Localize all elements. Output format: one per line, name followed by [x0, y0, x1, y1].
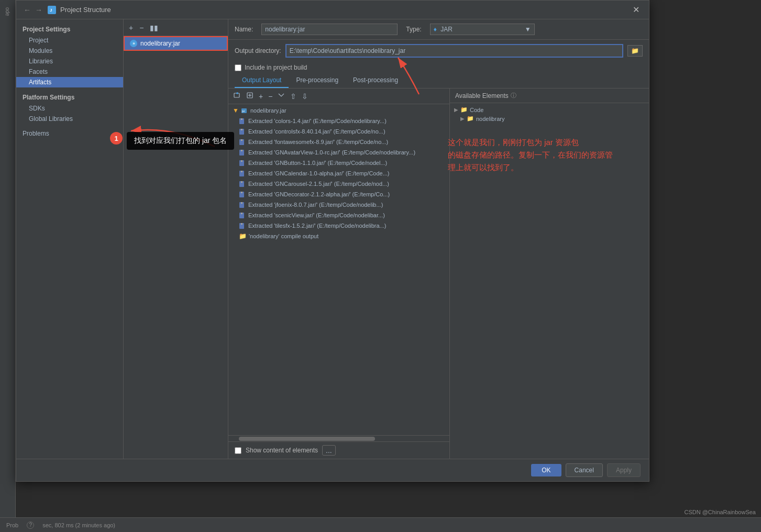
lib-icon-scenicview [239, 212, 246, 219]
sidebar-divider-2 [16, 124, 123, 128]
jar-type-icon: ♦ [434, 26, 437, 33]
artifact-scenicview[interactable]: Extracted 'scenicView.jar/' (E:/temp/Cod… [228, 210, 449, 220]
lib-icon-colors [239, 117, 246, 125]
include-project-build-label[interactable]: Include in project build [245, 64, 307, 71]
output-dir-input[interactable] [285, 44, 623, 58]
annotation-2: 这个就是我们，刚刚打包为 jar 资源包 的磁盘存储的路径。复制一下，在我们的资… [448, 136, 613, 174]
back-button[interactable]: ← [23, 5, 32, 15]
output-dir-row: Output directory: 📁 [228, 40, 649, 62]
output-add-button[interactable]: + [257, 91, 265, 102]
available-elements-header: Available Elements ⓘ [450, 88, 649, 103]
sidebar-item-problems[interactable]: Problems [16, 128, 123, 139]
include-project-build-checkbox[interactable] [235, 64, 241, 71]
svg-rect-17 [241, 150, 242, 151]
browse-button[interactable]: 📁 [627, 45, 643, 57]
nav-controls: ← → [23, 5, 43, 15]
close-button[interactable]: ✕ [630, 5, 643, 15]
output-add-from-artifact-button[interactable] [231, 91, 243, 102]
artifact-jfoenix[interactable]: Extracted 'jfoenix-8.0.7.jar/' (E:/temp/… [228, 199, 449, 210]
apply-button: Apply [607, 463, 641, 477]
tab-preprocessing[interactable]: Pre-processing [289, 73, 346, 88]
status-problems[interactable]: Prob [6, 522, 18, 528]
artifacts-list-panel: + − ▮▮ ☀ nodelibrary:jar [124, 19, 228, 459]
artifact-nodelibrary-jar[interactable]: ▼ jar nodelibrary.jar [228, 105, 449, 116]
lib-icon-gncarousel [239, 180, 246, 187]
ide-sidebar-nav: ode [0, 0, 16, 532]
svg-rect-19 [241, 160, 242, 162]
project-structure-dialog: ← → J Project Structure ✕ Project Settin… [16, 0, 649, 482]
dialog-title-bar: ← → J Project Structure ✕ [16, 1, 649, 19]
output-move-up-button[interactable]: ⇧ [288, 91, 299, 102]
sidebar-item-global-libraries[interactable]: Global Libraries [16, 114, 123, 124]
sidebar-item-facets[interactable]: Facets [16, 66, 123, 77]
help-circle-icon: ? [27, 522, 34, 529]
lib-icon-gncalendar [239, 170, 246, 177]
artifact-controlsfx[interactable]: Extracted 'controlsfx-8.40.14.jar/' (E:/… [228, 126, 449, 137]
type-select[interactable]: ♦ JAR ▼ [430, 24, 535, 35]
left-sidebar: Project Settings Project Modules Librari… [16, 19, 124, 459]
artifact-nodelibrary-compile-output[interactable]: 📁 'nodelibrary' compile output [228, 231, 449, 241]
artifact-gndecorator[interactable]: Extracted 'GNDecorator-2.1.2-alpha.jar/'… [228, 189, 449, 199]
cancel-button[interactable]: Cancel [566, 463, 603, 477]
project-settings-header[interactable]: Project Settings [16, 24, 123, 35]
tab-postprocessing[interactable]: Post-processing [346, 73, 405, 88]
artifact-gncalendar[interactable]: Extracted 'GNCalendar-1.0-alpha.jar/' (E… [228, 168, 449, 179]
list-toolbar: + − ▮▮ [124, 19, 228, 36]
output-move-into-button[interactable] [275, 91, 287, 102]
horizontal-scrollbar[interactable] [228, 435, 449, 441]
folder-icon: ▼ [233, 107, 239, 114]
dialog-body: Project Settings Project Modules Librari… [16, 19, 649, 459]
tab-output-layout[interactable]: Output Layout [235, 73, 289, 88]
artifact-gnbutton[interactable]: Extracted 'GNButton-1.1.0.jar/' (E:/temp… [228, 158, 449, 168]
sidebar-item-libraries[interactable]: Libraries [16, 56, 123, 66]
tabs-bar: Output Layout Pre-processing Post-proces… [228, 73, 649, 88]
lib-icon-jfoenix [239, 201, 246, 208]
tree-item-nodelibrary[interactable]: ▶ 📁 nodelibrary [450, 114, 649, 123]
help-icon[interactable]: ⓘ [511, 92, 516, 99]
output-move-down-button[interactable]: ⇩ [300, 91, 310, 102]
lib-icon-gnavatar [239, 149, 246, 156]
copy-button[interactable]: ▮▮ [148, 23, 160, 33]
dialog-title: Project Structure [60, 6, 111, 14]
tree-expand-code: ▶ [454, 107, 458, 113]
svg-rect-11 [241, 118, 242, 120]
lib-icon-tilesfx [239, 222, 246, 229]
forward-button[interactable]: → [34, 5, 43, 15]
svg-rect-25 [241, 192, 242, 193]
sidebar-item-sdks[interactable]: SDKs [16, 103, 123, 114]
show-content-checkbox[interactable] [235, 447, 241, 454]
svg-rect-21 [241, 171, 242, 172]
more-options-button[interactable]: ... [322, 445, 336, 456]
scrollbar-thumb[interactable] [239, 437, 375, 441]
tree-expand-nodelibrary: ▶ [460, 116, 465, 121]
artifact-fontawesomefx[interactable]: Extracted 'fontawesomefx-8.9.jar/' (E:/t… [228, 137, 449, 147]
sidebar-item-artifacts[interactable]: Artifacts [16, 77, 123, 87]
artifacts-content-list[interactable]: ▼ jar nodelibrary.jar Extracted 'colors-… [228, 104, 449, 435]
svg-rect-23 [241, 181, 242, 183]
sidebar-item-modules[interactable]: Modules [16, 46, 123, 56]
tree-item-code[interactable]: ▶ 📁 Code [450, 105, 649, 114]
right-panel: Name: Type: ♦ JAR ▼ Output directory: 📁 [228, 19, 649, 459]
name-input[interactable] [261, 24, 398, 35]
name-type-row: Name: Type: ♦ JAR ▼ [228, 19, 649, 40]
sidebar-item-project[interactable]: Project [16, 35, 123, 46]
artifact-colors[interactable]: Extracted 'colors-1.4.jar/' (E:/temp/Cod… [228, 116, 449, 126]
output-layout-toolbar: + − ⇧ ⇩ [228, 88, 449, 104]
artifact-gnavatarview[interactable]: Extracted 'GNAvatarView-1.0-rc.jar/' (E:… [228, 147, 449, 158]
platform-settings-header[interactable]: Platform Settings [16, 92, 123, 103]
title-bar-left: ← → J Project Structure [23, 5, 111, 15]
add-button[interactable]: + [127, 23, 135, 33]
artifact-gncarousel[interactable]: Extracted 'GNCarousel-2.1.5.jar/' (E:/te… [228, 179, 449, 189]
show-content-label[interactable]: Show content of elements [246, 447, 318, 454]
artifact-tilesfx[interactable]: Extracted 'tilesfx-1.5.2.jar/' (E:/temp/… [228, 220, 449, 231]
output-remove-button[interactable]: − [266, 91, 274, 102]
output-layout-panel: + − ⇧ ⇩ ▼ jar nodelibrary.jar [228, 88, 450, 459]
annotation-bubble-2: 这个就是我们，刚刚打包为 jar 资源包 的磁盘存储的路径。复制一下，在我们的资… [448, 136, 613, 174]
svg-rect-31 [241, 223, 242, 225]
ok-button[interactable]: OK [531, 464, 561, 476]
status-help[interactable]: ? [27, 522, 34, 529]
remove-button[interactable]: − [137, 23, 146, 33]
ide-nav-code[interactable]: ode [3, 4, 13, 19]
artifact-list-item-nodelibrary[interactable]: ☀ nodelibrary:jar [124, 36, 228, 51]
output-expand-button[interactable] [244, 91, 256, 102]
